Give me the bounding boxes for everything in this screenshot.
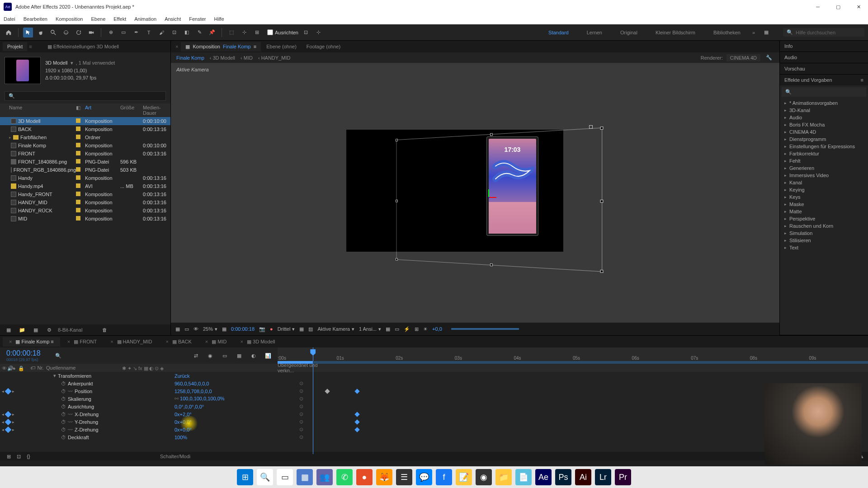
interpret-footage-icon[interactable]: ▦: [4, 325, 14, 335]
property-row[interactable]: ⏱ Ausrichtung0,0°,0,0°,0,0°⊙: [0, 403, 868, 410]
stopwatch-icon[interactable]: ⏱: [61, 404, 66, 409]
effect-category[interactable]: ▸Maske: [780, 201, 868, 208]
layer-tab[interactable]: Ebene (ohne): [262, 42, 301, 51]
composition-tab[interactable]: ▦ Komposition Finale Komp ≡: [181, 42, 261, 52]
motion-blur-icon[interactable]: ◐: [249, 351, 259, 361]
property-row[interactable]: ◂▸⏱ 〰 Y-Drehung0x+0,0°⊙: [0, 418, 868, 426]
camera-tool[interactable]: [86, 28, 96, 38]
stopwatch-icon[interactable]: ⏱: [61, 381, 66, 386]
snap-opt2[interactable]: ⊹: [314, 28, 324, 38]
exposure-icon[interactable]: ☀: [423, 326, 428, 332]
switches-modes-toggle[interactable]: Schalter/Modi: [160, 454, 190, 459]
project-item[interactable]: HANDY_RÜCKKomposition0:00:13:16: [0, 206, 170, 215]
resolution-toggle[interactable]: ▦: [222, 326, 226, 332]
effect-category[interactable]: ▸Matte: [780, 208, 868, 215]
taskbar-pr[interactable]: Pr: [615, 469, 631, 485]
minimize-button[interactable]: ─: [812, 2, 823, 12]
effect-category[interactable]: ▸Keys: [780, 193, 868, 201]
zoom-dropdown[interactable]: 25% ▾: [203, 326, 217, 332]
stamp-tool[interactable]: ⊡: [169, 28, 179, 38]
timeline-icon[interactable]: ⊞: [415, 326, 419, 332]
property-row[interactable]: ⏱ Skalierung⚯ 100,0,100,0,100,0%⊙: [0, 395, 868, 403]
menu-fenster[interactable]: Fenster: [189, 16, 206, 22]
project-item[interactable]: BACKKomposition0:00:13:16: [0, 125, 170, 133]
breadcrumb-finale komp[interactable]: Finale Komp: [176, 55, 204, 61]
menu-komposition[interactable]: Komposition: [56, 16, 83, 22]
share-view-icon[interactable]: ▦: [386, 326, 390, 332]
timeline-tab-finale-komp[interactable]: × ▦ Finale Komp ≡: [3, 337, 60, 347]
effect-category[interactable]: ▸CINEMA 4D: [780, 128, 868, 136]
taskbar-messenger[interactable]: 💬: [416, 469, 432, 485]
viewport[interactable]: Aktive Kamera 17:03: [171, 63, 779, 323]
taskbar-teams[interactable]: 👥: [316, 469, 333, 485]
workspace-bibliotheken[interactable]: Bibliotheken: [710, 28, 744, 37]
effect-category[interactable]: ▸3D-Kanal: [780, 107, 868, 114]
zoom-tool[interactable]: [48, 28, 58, 38]
property-row[interactable]: ▾ TransformierenZurück: [0, 372, 868, 380]
anchor-tool[interactable]: ⊕: [106, 28, 116, 38]
camera-dropdown[interactable]: Aktive Kamera ▾: [317, 326, 354, 332]
breadcrumb-handy_mid[interactable]: ‹ HANDY_MID: [258, 55, 291, 61]
breadcrumb-mid[interactable]: ‹ MID: [241, 55, 253, 61]
taskbar-obs[interactable]: ◉: [476, 469, 492, 485]
shy-icon[interactable]: ▭: [220, 351, 230, 361]
region-toggle[interactable]: ▦: [299, 326, 304, 332]
effect-controls-tab[interactable]: ▦ Effekteinstellungen 3D Modell: [43, 42, 123, 52]
grid-toggle[interactable]: ▭: [184, 326, 189, 332]
effect-category[interactable]: ▸Dienstprogramm: [780, 136, 868, 143]
toggle-switches-icon[interactable]: ⊞: [4, 451, 14, 461]
project-item[interactable]: HANDY_MIDKomposition0:00:13:16: [0, 198, 170, 206]
project-item[interactable]: Handy.mp4AVI... MB0:00:13:16: [0, 182, 170, 190]
world-axis-tool[interactable]: ⊹: [239, 28, 249, 38]
axis-indicator[interactable]: [483, 192, 494, 203]
menu-ansicht[interactable]: Ansicht: [165, 16, 181, 22]
footage-tab[interactable]: Footage (ohne): [302, 42, 345, 51]
effect-category[interactable]: ▸Audio: [780, 114, 868, 121]
col-size[interactable]: Größe: [120, 105, 143, 116]
transparency-toggle[interactable]: ▨: [308, 326, 313, 332]
pixel-aspect-icon[interactable]: ▭: [395, 326, 399, 332]
col-tag[interactable]: ◧: [76, 105, 85, 116]
snapshot-icon[interactable]: 📷: [259, 326, 265, 332]
ws-layout-icon[interactable]: ▦: [761, 28, 771, 38]
snap-checkbox[interactable]: Ausrichten: [267, 29, 298, 35]
col-duration[interactable]: Medien-Dauer: [143, 105, 170, 116]
stopwatch-icon[interactable]: ⏱: [61, 427, 66, 432]
workspace-lernen[interactable]: Lernen: [583, 28, 606, 37]
bit-depth[interactable]: 8-Bit-Kanal: [58, 327, 82, 333]
comp-close-icon[interactable]: ×: [174, 44, 180, 49]
menu-animation[interactable]: Animation: [134, 16, 156, 22]
taskbar-taskview[interactable]: ▭: [277, 469, 293, 485]
workspace-original[interactable]: Original: [617, 28, 641, 37]
taskbar-ai[interactable]: Ai: [575, 469, 591, 485]
property-row[interactable]: ⏱ Deckkraft100%⊙: [0, 433, 868, 441]
alpha-toggle[interactable]: ▦: [175, 326, 180, 332]
project-item[interactable]: FRONT_RGB_1840886.pngPNG-Datei503 KB: [0, 166, 170, 174]
effects-search[interactable]: 🔍: [782, 87, 866, 97]
effect-category[interactable]: ▸Simulation: [780, 230, 868, 237]
col-name[interactable]: Name: [0, 105, 76, 116]
effect-category[interactable]: ▸Stilisieren: [780, 237, 868, 244]
effect-category[interactable]: ▸Text: [780, 244, 868, 251]
effect-category[interactable]: ▸* Animationsvorgaben: [780, 99, 868, 107]
rotation-handle[interactable]: [589, 125, 593, 129]
effect-category[interactable]: ▸Einstellungen für Expressions: [780, 143, 868, 150]
ws-more[interactable]: »: [752, 30, 755, 35]
taskbar-search[interactable]: 🔍: [257, 469, 273, 485]
taskbar-ae[interactable]: Ae: [535, 469, 552, 485]
comp-mini-flow-icon[interactable]: ⇄: [191, 351, 201, 361]
selection-tool[interactable]: [23, 28, 33, 38]
col-parent[interactable]: Übergeordnet und verkn...: [278, 364, 325, 372]
puppet-tool[interactable]: 📌: [207, 28, 217, 38]
taskbar-notepad[interactable]: 📄: [515, 469, 532, 485]
hand-tool[interactable]: [36, 28, 46, 38]
roto-tool[interactable]: ✎: [194, 28, 204, 38]
graph-editor-icon[interactable]: 📊: [263, 351, 273, 361]
pen-tool[interactable]: ✒: [131, 28, 141, 38]
snap-opt1[interactable]: ⊡: [301, 28, 311, 38]
draft3d-icon[interactable]: ◉: [205, 351, 215, 361]
timeline-tab-mid[interactable]: × ▦ MID: [199, 337, 233, 347]
breadcrumb-3d modell[interactable]: ‹ 3D Modell: [210, 55, 235, 61]
col-source-name[interactable]: Quellenname: [46, 364, 122, 372]
project-item[interactable]: Handy_FRONTKomposition0:00:13:16: [0, 190, 170, 198]
